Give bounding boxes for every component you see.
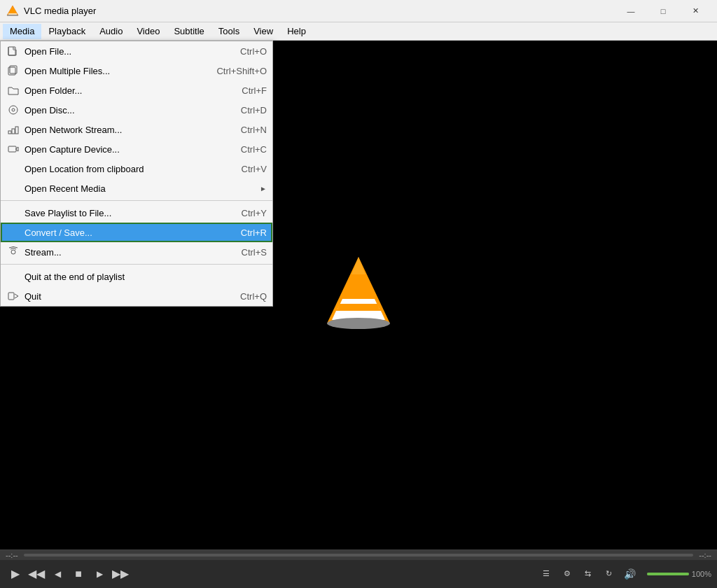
- open-location-label: Open Location from clipboard: [25, 164, 228, 174]
- open-capture-icon: [6, 142, 20, 156]
- separator-2: [1, 264, 272, 265]
- progress-bar-area[interactable]: --:-- --:--: [0, 550, 717, 560]
- open-location-icon: [6, 162, 20, 176]
- back-button[interactable]: ◀: [48, 564, 67, 584]
- open-disc-icon: [6, 103, 20, 117]
- time-elapsed: --:--: [6, 551, 18, 559]
- maximize-button[interactable]: □: [647, 0, 679, 22]
- convert-save-icon: [6, 225, 20, 239]
- menu-open-location[interactable]: Open Location from clipboard Ctrl+V: [1, 159, 272, 178]
- time-remaining: --:--: [699, 551, 711, 559]
- close-button[interactable]: ✕: [679, 0, 711, 22]
- menu-playback[interactable]: Playback: [41, 24, 92, 39]
- menu-audio[interactable]: Audio: [92, 24, 130, 39]
- menu-quit[interactable]: Quit Ctrl+Q: [1, 286, 272, 306]
- quit-end-icon: [6, 270, 20, 284]
- svg-rect-15: [8, 293, 14, 300]
- menu-view[interactable]: View: [246, 24, 280, 39]
- next-button[interactable]: ▶▶: [111, 564, 130, 584]
- open-network-icon: [6, 122, 20, 136]
- save-playlist-shortcut: Ctrl+Y: [242, 208, 267, 218]
- convert-save-shortcut: Ctrl+R: [241, 227, 267, 238]
- menu-video[interactable]: Video: [130, 24, 167, 39]
- app-icon: [6, 4, 20, 18]
- svg-line-16: [15, 294, 18, 296]
- stream-icon: [6, 245, 20, 259]
- quit-label: Quit: [25, 291, 226, 302]
- open-recent-label: Open Recent Media: [25, 183, 243, 194]
- extended-settings-button[interactable]: ⚙: [557, 564, 577, 584]
- svg-marker-23: [351, 257, 366, 274]
- menu-open-folder[interactable]: Open Folder... Ctrl+F: [1, 80, 272, 100]
- stop-button[interactable]: ■: [69, 564, 88, 584]
- separator-1: [1, 200, 272, 201]
- svg-rect-10: [12, 129, 15, 134]
- quit-shortcut: Ctrl+Q: [240, 291, 267, 302]
- svg-line-17: [15, 296, 18, 298]
- svg-point-22: [327, 318, 390, 329]
- svg-rect-1: [8, 13, 17, 15]
- menu-tools[interactable]: Tools: [211, 24, 246, 39]
- progress-track[interactable]: [24, 554, 694, 556]
- svg-rect-2: [7, 15, 18, 16]
- mute-button[interactable]: 🔊: [620, 564, 640, 584]
- stream-label: Stream...: [25, 247, 228, 258]
- open-capture-label: Open Capture Device...: [25, 144, 227, 155]
- save-playlist-icon: [6, 206, 20, 220]
- open-multiple-icon: [6, 64, 20, 78]
- menu-help[interactable]: Help: [280, 24, 313, 39]
- media-dropdown-menu: Open File... Ctrl+O Open Multiple Files.…: [0, 41, 273, 307]
- svg-point-14: [11, 250, 15, 254]
- quit-end-label: Quit at the end of playlist: [25, 272, 253, 282]
- forward-button[interactable]: ▶: [90, 564, 109, 584]
- title-bar: VLC media player — □ ✕: [0, 0, 717, 22]
- open-network-shortcut: Ctrl+N: [241, 125, 267, 135]
- open-network-label: Open Network Stream...: [25, 125, 227, 135]
- shuffle-button[interactable]: ⇆: [578, 564, 598, 584]
- open-file-label: Open File...: [25, 46, 226, 57]
- app-title: VLC media player: [24, 6, 615, 16]
- convert-save-label: Convert / Save...: [25, 227, 227, 238]
- volume-area: 100%: [647, 570, 711, 578]
- prev-button[interactable]: ◀◀: [27, 564, 46, 584]
- open-disc-label: Open Disc...: [25, 105, 227, 115]
- toggle-playlist-button[interactable]: ☰: [536, 564, 556, 584]
- menu-open-file[interactable]: Open File... Ctrl+O: [1, 41, 272, 61]
- menu-open-capture[interactable]: Open Capture Device... Ctrl+C: [1, 139, 272, 159]
- menu-open-network[interactable]: Open Network Stream... Ctrl+N: [1, 120, 272, 139]
- menu-stream[interactable]: Stream... Ctrl+S: [1, 242, 272, 262]
- open-recent-icon: [6, 181, 20, 195]
- menu-subtitle[interactable]: Subtitle: [167, 24, 211, 39]
- menu-bar: Media Playback Audio Video Subtitle Tool…: [0, 22, 717, 41]
- open-capture-shortcut: Ctrl+C: [241, 144, 267, 155]
- open-multiple-shortcut: Ctrl+Shift+O: [216, 66, 267, 76]
- open-folder-icon: [6, 83, 20, 97]
- loop-button[interactable]: ↻: [599, 564, 619, 584]
- open-folder-label: Open Folder...: [25, 85, 228, 96]
- open-multiple-label: Open Multiple Files...: [25, 66, 202, 76]
- volume-label: 100%: [692, 570, 711, 578]
- bottom-bar: --:-- --:-- ▶ ◀◀ ◀ ■ ▶ ▶▶ ☰ ⚙ ⇆ ↻ 🔊 100%: [0, 550, 717, 588]
- svg-rect-11: [15, 127, 18, 134]
- menu-convert-save[interactable]: Convert / Save... Ctrl+R: [1, 223, 272, 242]
- open-folder-shortcut: Ctrl+F: [242, 85, 267, 96]
- menu-save-playlist[interactable]: Save Playlist to File... Ctrl+Y: [1, 203, 272, 223]
- svg-rect-9: [8, 131, 11, 134]
- menu-quit-end[interactable]: Quit at the end of playlist: [1, 267, 272, 286]
- save-playlist-label: Save Playlist to File...: [25, 208, 228, 218]
- open-disc-shortcut: Ctrl+D: [241, 105, 267, 115]
- open-file-icon: [6, 44, 20, 58]
- volume-bar[interactable]: [647, 573, 689, 575]
- open-file-shortcut: Ctrl+O: [240, 46, 267, 57]
- volume-fill: [647, 573, 689, 575]
- open-recent-arrow: ►: [260, 185, 267, 192]
- play-button[interactable]: ▶: [6, 564, 25, 584]
- svg-point-7: [9, 106, 18, 114]
- menu-open-disc[interactable]: Open Disc... Ctrl+D: [1, 100, 272, 120]
- controls-row: ▶ ◀◀ ◀ ■ ▶ ▶▶ ☰ ⚙ ⇆ ↻ 🔊 100%: [0, 560, 717, 588]
- vlc-logo: [323, 253, 394, 337]
- menu-open-recent[interactable]: Open Recent Media ►: [1, 178, 272, 198]
- minimize-button[interactable]: —: [615, 0, 647, 22]
- menu-media[interactable]: Media: [3, 24, 41, 39]
- menu-open-multiple[interactable]: Open Multiple Files... Ctrl+Shift+O: [1, 61, 272, 80]
